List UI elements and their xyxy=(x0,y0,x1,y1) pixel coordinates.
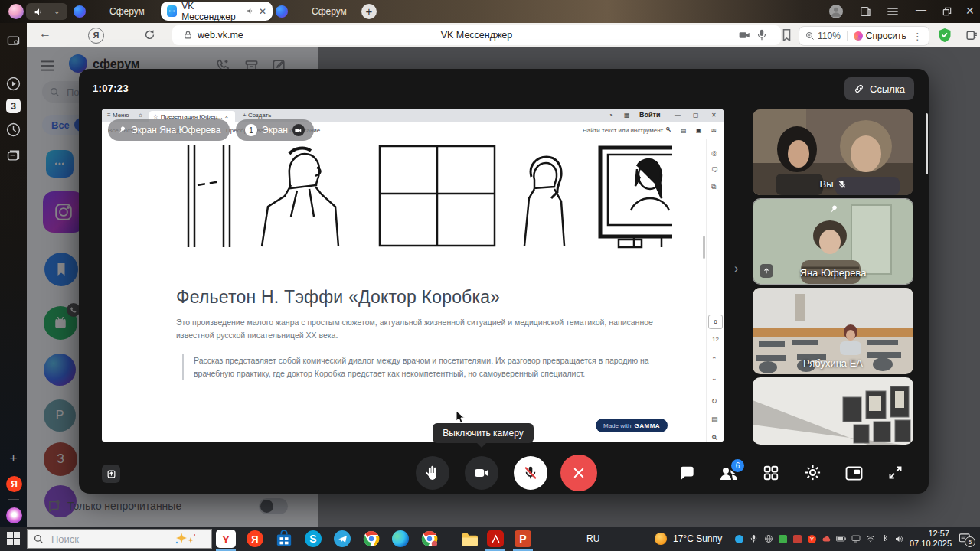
zoom-control[interactable]: 110% xyxy=(805,31,841,41)
tab-audio-control[interactable]: ⌄ xyxy=(26,3,67,20)
pip-button[interactable] xyxy=(845,466,863,481)
comment-icon[interactable]: 🗨︎ xyxy=(711,166,718,174)
taskbar-chrome-alt-icon[interactable] xyxy=(420,530,439,548)
browser-user-avatar[interactable] xyxy=(829,5,843,18)
shared-scrollbar[interactable] xyxy=(703,236,705,259)
yandex-app-icon[interactable]: Я xyxy=(6,476,22,492)
weather-sun-icon[interactable] xyxy=(655,533,667,545)
clock-icon[interactable]: ◔ xyxy=(609,112,612,119)
minimize-icon[interactable]: — xyxy=(675,111,681,118)
tray-battery-icon[interactable] xyxy=(835,533,847,544)
collapse-participants-icon[interactable]: › xyxy=(734,262,738,276)
start-button[interactable] xyxy=(7,532,20,545)
mail-icon[interactable]: ✉ xyxy=(711,127,717,134)
home-icon[interactable]: ⌂ xyxy=(139,112,142,119)
taskbar-clock[interactable]: 12:57 07.10.2025 xyxy=(910,529,949,549)
at-icon[interactable]: ◎ xyxy=(711,149,717,157)
tab-close-icon[interactable]: ✕ xyxy=(259,6,266,17)
tray-wifi-icon[interactable] xyxy=(864,533,876,544)
taskbar-explorer-icon[interactable] xyxy=(459,530,479,548)
history-icon[interactable] xyxy=(6,122,21,137)
tray-app1-icon[interactable] xyxy=(733,533,745,544)
alice-orb-icon[interactable] xyxy=(6,507,22,523)
layout-grid-button[interactable] xyxy=(763,465,779,481)
tab-vk-messenger[interactable]: VK Мессенджер ✕ xyxy=(161,2,273,21)
taskbar-yandex-icon[interactable]: Я xyxy=(245,530,265,548)
new-tab-button[interactable]: + xyxy=(361,4,377,19)
bookmark-icon[interactable] xyxy=(782,29,792,41)
end-call-button[interactable] xyxy=(560,455,597,491)
kebab-menu-icon[interactable]: ⋮ xyxy=(913,31,923,42)
taskbar-search[interactable] xyxy=(27,529,212,549)
browser-profile-avatar[interactable] xyxy=(8,4,24,19)
gamma-badge[interactable]: Made with GAMMA xyxy=(596,419,668,432)
participant-tile-yana[interactable]: Яна Юферева xyxy=(753,198,913,285)
taskbar-powerpoint-icon[interactable]: P xyxy=(513,530,533,548)
taskbar-skype-icon[interactable]: S xyxy=(303,530,323,548)
participants-button[interactable]: 6 xyxy=(719,464,739,482)
page-down-icon[interactable]: ⌄ xyxy=(711,374,717,382)
tab-close-icon[interactable]: × xyxy=(225,113,229,120)
language-indicator[interactable]: RU xyxy=(586,533,599,544)
tray-volume-icon[interactable] xyxy=(893,533,905,544)
extensions-icon[interactable] xyxy=(965,28,978,41)
taskbar-yandex-browser-icon[interactable]: Y xyxy=(216,530,236,548)
page-up-icon[interactable]: ⌃ xyxy=(711,356,717,364)
close-icon[interactable]: ✕ xyxy=(711,112,717,119)
back-icon[interactable]: ← xyxy=(39,27,51,41)
tray-bluetooth-icon[interactable] xyxy=(879,533,890,544)
tray-grid-red-icon[interactable] xyxy=(792,533,803,544)
tray-display-icon[interactable] xyxy=(850,533,861,544)
yandex-search-icon[interactable]: Я xyxy=(88,28,104,44)
downloads-badge[interactable]: 3 xyxy=(6,99,21,113)
tray-warning-icon[interactable] xyxy=(777,533,789,544)
taskbar-chrome-icon[interactable] xyxy=(361,530,381,548)
pages-icon[interactable]: ⧉ xyxy=(711,183,716,191)
taskbar-search-input[interactable] xyxy=(50,533,168,546)
rotate-icon[interactable]: ↻ xyxy=(711,397,717,405)
mic-permission-icon[interactable] xyxy=(757,29,766,41)
weather-text[interactable]: 17°C Sunny xyxy=(673,533,722,544)
collections-icon[interactable] xyxy=(6,148,21,163)
call-link-button[interactable]: Ссылка xyxy=(844,77,914,100)
participants-scrollbar[interactable] xyxy=(926,113,928,174)
taskbar-acrobat-icon[interactable] xyxy=(485,530,505,548)
refresh-icon[interactable] xyxy=(143,28,156,41)
tray-yandex-icon[interactable]: Y xyxy=(806,533,818,544)
sidebar-add-icon[interactable]: + xyxy=(6,452,21,466)
url-field[interactable]: web.vk.me VK Мессенджер xyxy=(172,25,781,45)
restore-icon[interactable] xyxy=(942,6,952,17)
printer-icon[interactable]: ▣ xyxy=(696,127,702,134)
pinned-screen-pill[interactable]: Экран Яна Юферева xyxy=(108,119,230,141)
video-panel-icon[interactable] xyxy=(6,77,21,91)
taskbar-edge-icon[interactable] xyxy=(390,530,410,548)
camera-button[interactable] xyxy=(465,456,498,490)
ask-ai-button[interactable]: Спросить xyxy=(854,31,906,41)
screenshot-icon[interactable] xyxy=(6,33,21,47)
protect-shield-icon[interactable] xyxy=(938,28,952,43)
tab-panels-icon[interactable] xyxy=(859,5,871,18)
doc-export-icon[interactable]: ▤ xyxy=(711,416,718,423)
tray-network-globe-icon[interactable] xyxy=(763,533,774,544)
share-screen-button[interactable] xyxy=(102,465,120,483)
tray-cloud-icon[interactable] xyxy=(821,533,832,544)
tray-mic-icon[interactable] xyxy=(748,533,760,544)
tab-sferum-1[interactable]: Сферум xyxy=(74,0,145,23)
fullscreen-button[interactable] xyxy=(887,465,903,481)
browser-menu-icon[interactable] xyxy=(887,6,899,17)
zoom-in-icon[interactable]: 🔍︎ xyxy=(711,434,718,442)
taskbar-store-icon[interactable] xyxy=(274,530,294,548)
tab-sferum-2[interactable]: Сферум xyxy=(276,0,347,23)
taskbar-telegram-icon[interactable] xyxy=(332,530,352,548)
raise-hand-button[interactable] xyxy=(416,456,449,490)
chat-button[interactable] xyxy=(678,465,695,481)
restore-icon[interactable]: ▢ xyxy=(693,112,699,119)
participant-tile-you[interactable]: Вы xyxy=(753,109,913,195)
shared-find[interactable]: Найти текст или инструмент xyxy=(583,127,663,134)
participant-tile-ryabukhina[interactable]: Рябухина ЕА xyxy=(753,288,913,374)
page-current-box[interactable]: 6 xyxy=(708,315,723,329)
camera-permission-icon[interactable] xyxy=(739,31,750,40)
page-icon[interactable]: ▤ xyxy=(681,127,687,134)
minimize-icon[interactable]: — xyxy=(916,3,926,15)
notification-center-icon[interactable]: 5 xyxy=(959,533,972,544)
